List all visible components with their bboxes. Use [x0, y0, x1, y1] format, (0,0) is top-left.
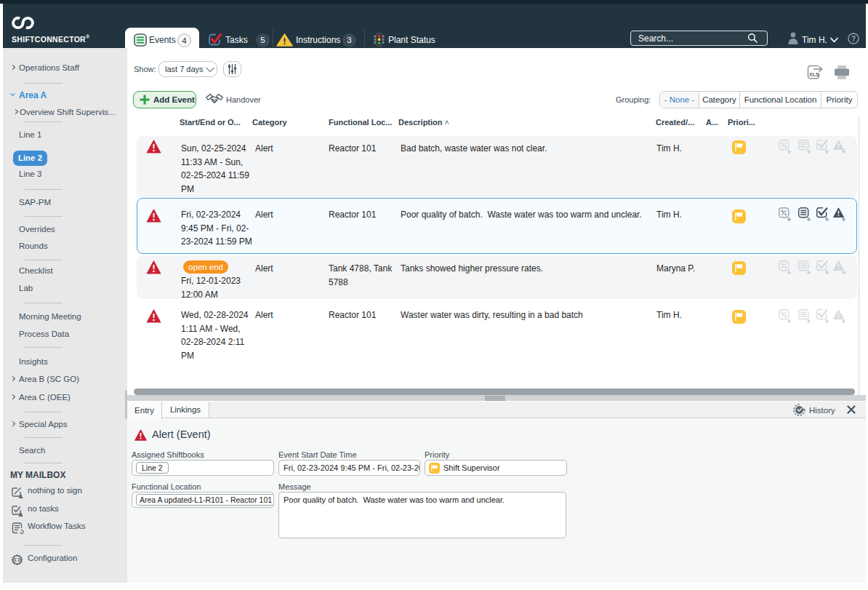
svg-text:?: ?: [851, 35, 856, 43]
svg-text:XLS: XLS: [809, 72, 819, 77]
